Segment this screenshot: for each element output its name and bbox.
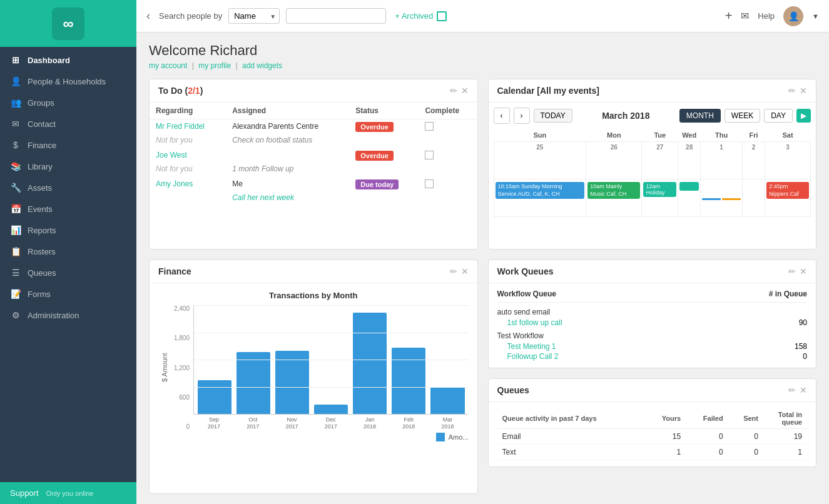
queues-title: Queues: [497, 385, 785, 395]
account-dropdown-icon[interactable]: ▼: [812, 13, 819, 20]
cal-cell[interactable]: [743, 179, 765, 217]
todo-complete-3[interactable]: [419, 177, 477, 193]
wq-row: Test Workflow: [497, 330, 808, 341]
y-axis-numbers: 2,400 1,800 1,200 600 0: [168, 305, 193, 430]
reports-icon: 📊: [10, 225, 21, 235]
cal-today-btn[interactable]: TODAY: [534, 109, 572, 123]
bar-group-oct2017: [236, 305, 270, 414]
todo-note-prefix-3: [150, 193, 226, 206]
help-button[interactable]: Help: [758, 11, 775, 21]
sidebar-item-forms[interactable]: 📝 Forms: [0, 283, 136, 305]
cal-cell[interactable]: 10am Mainly Music Caf, CH: [586, 179, 642, 217]
support-label: Support: [10, 488, 39, 498]
sidebar-item-contact[interactable]: ✉ Contact: [0, 113, 136, 134]
cal-cell[interactable]: 12am Holiday: [642, 179, 678, 217]
cal-month-btn[interactable]: MONTH: [679, 109, 721, 123]
cal-next-btn[interactable]: ›: [514, 108, 530, 124]
my-account-link[interactable]: my account: [149, 61, 187, 70]
cal-cell[interactable]: 28: [678, 142, 701, 179]
bar-feb2018: [392, 348, 425, 414]
todo-regarding-3[interactable]: Amy Jones: [150, 177, 226, 193]
cal-week-btn[interactable]: WEEK: [725, 109, 760, 123]
cal-day-btn[interactable]: DAY: [764, 109, 793, 123]
avatar[interactable]: 👤: [783, 6, 803, 26]
todo-count: 2/1: [188, 86, 200, 96]
sidebar-item-reports[interactable]: 📊 Reports: [0, 219, 136, 241]
sidebar-item-queues[interactable]: ☰ Queues: [0, 262, 136, 283]
todo-widget-header: To Do (2/1) ✏ ✕: [150, 79, 477, 103]
todo-note-3[interactable]: Call her next week: [226, 193, 477, 206]
todo-edit-icon[interactable]: ✏: [450, 86, 457, 96]
workqueues-close-icon[interactable]: ✕: [800, 266, 807, 276]
archived-toggle[interactable]: + Archived: [395, 11, 447, 21]
todo-close-icon[interactable]: ✕: [461, 86, 469, 96]
sidebar-item-label: People & Households: [28, 77, 106, 86]
wq-link-followupcall2[interactable]: Followup Call 2: [507, 352, 559, 361]
sidebar-item-label: Rosters: [28, 247, 56, 256]
sidebar-item-dashboard[interactable]: ⊞ Dashboard: [0, 49, 136, 71]
people-icon: 👤: [10, 76, 21, 86]
calendar-close-icon[interactable]: ✕: [800, 86, 807, 96]
x-label-mar2018: Mar2018: [430, 416, 464, 430]
search-type-select[interactable]: Name Email Phone Address: [228, 8, 280, 24]
todo-regarding-1[interactable]: Mr Fred Fiddel: [150, 119, 226, 136]
cal-cell[interactable]: 1: [701, 142, 743, 179]
search-input[interactable]: [286, 8, 386, 24]
assets-icon: 🔧: [10, 183, 21, 193]
todo-complete-1[interactable]: [419, 119, 477, 136]
queues-close-icon[interactable]: ✕: [800, 385, 807, 395]
cal-cell[interactable]: 10:15am Sunday Morning Service AUD, Caf,…: [494, 179, 586, 217]
add-widgets-link[interactable]: add widgets: [242, 61, 282, 70]
cal-prev-btn[interactable]: ‹: [494, 108, 510, 124]
legend-label: Amo...: [449, 433, 469, 441]
sidebar-logo: ∞: [0, 0, 136, 47]
cal-cell[interactable]: 2:45pm Nippers Caf: [765, 179, 811, 217]
sidebar-nav: ⊞ Dashboard 👤 People & Households 👥 Grou…: [0, 47, 136, 482]
sidebar-item-people[interactable]: 👤 People & Households: [0, 71, 136, 92]
cal-cell[interactable]: 27: [642, 142, 678, 179]
topbar: ‹ Search people by Name Email Phone Addr…: [136, 0, 829, 33]
y-num: 600: [168, 394, 190, 401]
sidebar-item-administration[interactable]: ⚙ Administration: [0, 305, 136, 326]
finance-edit-icon[interactable]: ✏: [450, 266, 457, 276]
cal-cell[interactable]: 3: [765, 142, 811, 179]
sidebar-item-assets[interactable]: 🔧 Assets: [0, 177, 136, 198]
queues-body: Queue activity in past 7 days Yours Fail…: [489, 402, 816, 466]
wq-label-autosend: auto send email: [497, 308, 551, 316]
cal-cell[interactable]: 2: [743, 142, 765, 179]
table-row: Joe West Overdue: [150, 148, 477, 164]
sidebar-support[interactable]: Support Only you online: [0, 482, 136, 504]
cal-cell[interactable]: [701, 179, 743, 217]
todo-title: To Do (2/1): [158, 86, 446, 96]
todo-note-1: Check on football status: [226, 135, 477, 148]
add-button[interactable]: +: [725, 9, 733, 23]
cal-week-row: 10:15am Sunday Morning Service AUD, Caf,…: [494, 179, 811, 217]
cal-cell[interactable]: 25: [494, 142, 586, 179]
todo-regarding-2[interactable]: Joe West: [150, 148, 226, 164]
workqueues-edit-icon[interactable]: ✏: [788, 266, 796, 276]
wq-link-1stfollow[interactable]: 1st follow up call: [507, 318, 562, 327]
calendar-title: Calendar [All my events]: [497, 86, 785, 96]
queues-col-activity: Queue activity in past 7 days: [497, 408, 645, 429]
back-button[interactable]: ‹: [146, 9, 150, 23]
archived-checkbox[interactable]: [437, 11, 447, 21]
mail-button[interactable]: ✉: [741, 10, 749, 22]
sidebar-item-finance[interactable]: $ Finance: [0, 134, 136, 156]
my-profile-link[interactable]: my profile: [198, 61, 231, 70]
cal-cell[interactable]: 26: [586, 142, 642, 179]
sidebar-item-groups[interactable]: 👥 Groups: [0, 92, 136, 113]
calendar-edit-icon[interactable]: ✏: [788, 86, 796, 96]
queues-edit-icon[interactable]: ✏: [788, 385, 796, 395]
wq-link-testmeeting1[interactable]: Test Meeting 1: [507, 342, 556, 351]
cal-extra-btn[interactable]: ▶: [796, 109, 811, 123]
sidebar-item-label: Reports: [28, 226, 56, 235]
finance-close-icon[interactable]: ✕: [461, 266, 469, 276]
sidebar-item-rosters[interactable]: 📋 Rosters: [0, 241, 136, 262]
col-complete: Complete: [419, 103, 477, 119]
sidebar-item-library[interactable]: 📚 Library: [0, 156, 136, 177]
cal-cell[interactable]: [678, 179, 701, 217]
sidebar-item-events[interactable]: 📅 Events: [0, 198, 136, 219]
sidebar-item-label: Dashboard: [28, 56, 70, 65]
todo-complete-2[interactable]: [419, 148, 477, 164]
x-label-jan2018: Jan2018: [353, 416, 387, 430]
